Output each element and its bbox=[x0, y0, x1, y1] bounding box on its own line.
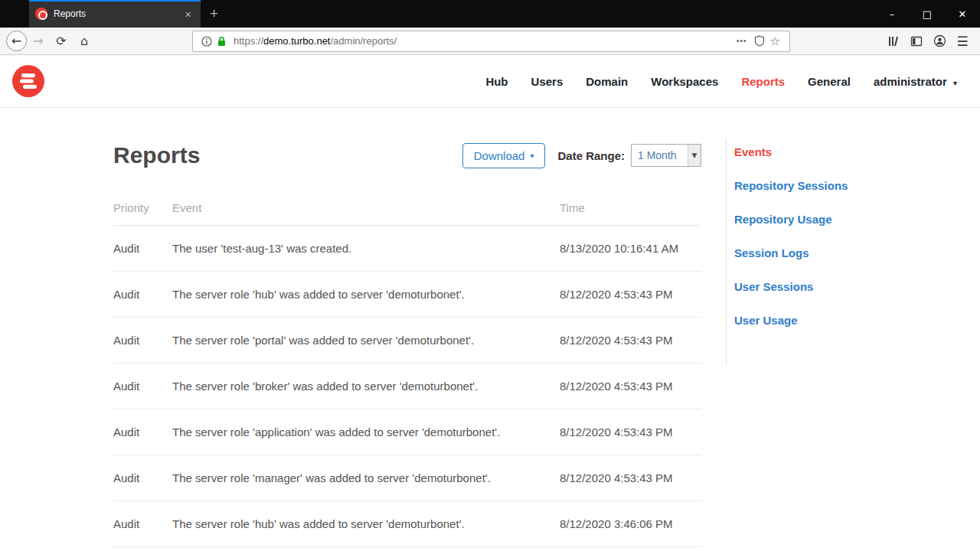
table-header-row: Priority Event Time bbox=[113, 201, 701, 226]
titlebar-drag-area bbox=[227, 0, 874, 28]
cell-priority: Audit bbox=[113, 455, 172, 501]
site-header: Hub Users Domain Workspaces Reports Gene… bbox=[0, 55, 980, 108]
table-row: Audit The server role 'portal' was added… bbox=[113, 318, 701, 364]
site-nav: Hub Users Domain Workspaces Reports Gene… bbox=[485, 75, 957, 88]
cell-event: The server role 'broker' was added to se… bbox=[172, 364, 560, 409]
content-area: Reports Download ▾ Date Range: 1 Month ▼… bbox=[0, 108, 980, 551]
page-info-icon[interactable] bbox=[201, 36, 212, 47]
download-button[interactable]: Download ▾ bbox=[462, 143, 546, 168]
url-domain: demo.turbo.net bbox=[263, 35, 330, 47]
url-text: https://demo.turbo.net/admin/reports/ bbox=[234, 35, 397, 47]
cell-event: The server role 'hub' was added to serve… bbox=[172, 501, 560, 547]
table-row: Audit The user 'test-aug-13' was created… bbox=[113, 226, 701, 272]
url-scheme: https:// bbox=[234, 35, 263, 47]
bookmark-star-icon[interactable]: ☆ bbox=[770, 34, 780, 48]
sidebar-item-repository-sessions[interactable]: Repository Sessions bbox=[734, 178, 980, 194]
cell-priority: Audit bbox=[113, 501, 172, 547]
home-button[interactable]: ⌂ bbox=[73, 30, 96, 53]
table-row: Audit The server role 'hub' was added to… bbox=[113, 272, 701, 318]
chevron-down-icon: ▾ bbox=[953, 79, 957, 87]
sidebar-item-repository-usage[interactable]: Repository Usage bbox=[734, 212, 980, 227]
cell-priority: Audit bbox=[113, 364, 172, 409]
window-titlebar: Reports × + – □ ✕ bbox=[0, 0, 980, 28]
back-button[interactable]: ← bbox=[6, 31, 27, 51]
download-button-label: Download bbox=[474, 149, 525, 162]
nav-item-domain[interactable]: Domain bbox=[586, 75, 628, 88]
cell-event: The server role 'portal' was added to se… bbox=[172, 318, 560, 364]
col-header-time: Time bbox=[560, 201, 701, 226]
sidebar-item-events[interactable]: Events bbox=[734, 145, 980, 160]
library-icon[interactable] bbox=[882, 30, 905, 53]
cell-time: 8/12/2020 4:53:43 PM bbox=[560, 272, 701, 318]
cell-time: 8/12/2020 4:53:43 PM bbox=[560, 318, 701, 364]
window-controls: – □ ✕ bbox=[874, 0, 980, 28]
site-favicon-icon bbox=[35, 8, 47, 20]
date-range-label: Date Range: bbox=[557, 149, 625, 162]
cell-priority: Audit bbox=[113, 226, 172, 272]
page-title: Reports bbox=[113, 142, 200, 168]
table-row: Audit The server role 'application' was … bbox=[113, 409, 701, 455]
col-header-event: Event bbox=[172, 201, 560, 226]
page-actions-icon[interactable]: ••• bbox=[737, 37, 747, 45]
nav-item-users[interactable]: Users bbox=[531, 75, 564, 88]
cell-time: 8/12/2020 4:53:43 PM bbox=[560, 364, 701, 409]
table-row: Audit The server role 'broker' was added… bbox=[113, 364, 701, 409]
cell-event: The server role 'hub' was added to serve… bbox=[172, 272, 560, 318]
cell-event: The user 'test-aug-13' was created. bbox=[172, 226, 560, 272]
menu-icon[interactable]: ☰ bbox=[951, 30, 974, 53]
col-header-priority: Priority bbox=[113, 201, 172, 226]
browser-toolbar: ← → ⟳ ⌂ https://demo.turbo.net/admin/rep… bbox=[0, 28, 980, 55]
nav-item-reports[interactable]: Reports bbox=[741, 75, 785, 88]
events-table: Priority Event Time Audit The user 'test… bbox=[113, 201, 701, 547]
cell-priority: Audit bbox=[113, 409, 172, 455]
main-panel: Reports Download ▾ Date Range: 1 Month ▼… bbox=[0, 108, 726, 547]
url-path: /admin/reports/ bbox=[330, 35, 397, 47]
sidebar-item-user-usage[interactable]: User Usage bbox=[734, 313, 980, 328]
nav-item-hub[interactable]: Hub bbox=[485, 75, 508, 88]
cell-time: 8/12/2020 3:46:06 PM bbox=[560, 501, 701, 547]
tab-close-icon[interactable]: × bbox=[181, 8, 194, 21]
nav-item-general[interactable]: General bbox=[808, 75, 851, 88]
date-range-select[interactable]: 1 Month ▼ bbox=[631, 144, 701, 167]
tab-title: Reports bbox=[54, 8, 181, 19]
url-bar[interactable]: https://demo.turbo.net/admin/reports/ ••… bbox=[192, 31, 790, 52]
shield-icon[interactable] bbox=[754, 35, 765, 47]
cell-time: 8/13/2020 10:16:41 AM bbox=[560, 226, 701, 272]
turbo-logo[interactable] bbox=[12, 65, 44, 97]
close-button[interactable]: ✕ bbox=[945, 0, 980, 28]
table-row: Audit The server role 'manager' was adde… bbox=[113, 455, 701, 501]
nav-item-workspaces[interactable]: Workspaces bbox=[651, 75, 718, 88]
chevron-down-icon: ▾ bbox=[530, 152, 534, 160]
date-range-value: 1 Month bbox=[632, 149, 688, 161]
sidebar-item-session-logs[interactable]: Session Logs bbox=[734, 246, 980, 261]
select-caret-icon: ▼ bbox=[688, 145, 701, 166]
user-menu-label: administrator bbox=[874, 75, 947, 88]
cell-priority: Audit bbox=[113, 318, 172, 364]
cell-priority: Audit bbox=[113, 272, 172, 318]
browser-tab[interactable]: Reports × bbox=[29, 0, 201, 28]
sidebar-item-user-sessions[interactable]: User Sessions bbox=[734, 279, 980, 295]
lock-icon bbox=[217, 36, 227, 47]
maximize-button[interactable]: □ bbox=[910, 0, 945, 28]
table-row: Audit The server role 'hub' was added to… bbox=[113, 501, 701, 547]
new-tab-button[interactable]: + bbox=[201, 0, 227, 28]
cell-time: 8/12/2020 4:53:43 PM bbox=[560, 409, 701, 455]
minimize-button[interactable]: – bbox=[874, 0, 910, 28]
reload-button[interactable]: ⟳ bbox=[50, 30, 73, 53]
user-menu[interactable]: administrator ▾ bbox=[874, 75, 957, 88]
account-icon[interactable] bbox=[928, 30, 951, 53]
sidebar-toggle-icon[interactable] bbox=[905, 30, 928, 53]
forward-button[interactable]: → bbox=[27, 30, 50, 53]
cell-event: The server role 'application' was added … bbox=[172, 409, 560, 455]
cell-event: The server role 'manager' was added to s… bbox=[172, 455, 560, 501]
reports-sidebar: Events Repository Sessions Repository Us… bbox=[726, 139, 980, 365]
cell-time: 8/12/2020 4:53:43 PM bbox=[560, 455, 701, 501]
